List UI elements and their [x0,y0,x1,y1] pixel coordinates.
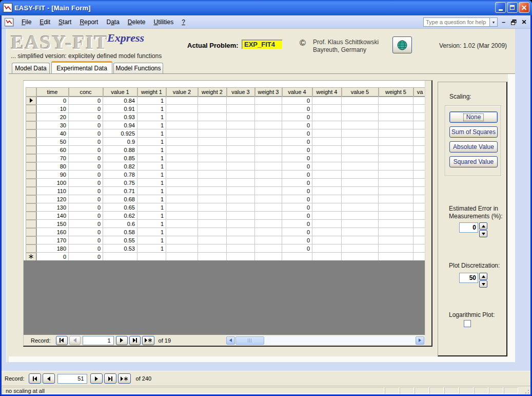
grid-cell[interactable]: 0.68 [103,195,137,203]
grid-cell[interactable] [342,203,379,212]
grid-cell[interactable]: 1 [137,212,166,220]
grid-cell[interactable]: 10 [36,105,69,113]
grid-cell[interactable] [198,97,227,105]
grid-cell[interactable]: 1 [137,138,166,146]
menu-file[interactable]: File [17,16,35,28]
grid-cell[interactable]: 0 [282,236,312,244]
grid-cell[interactable]: 0 [69,179,103,187]
grid-cell[interactable] [227,162,255,171]
column-header[interactable]: weight 3 [255,88,282,97]
column-header[interactable]: value 3 [227,88,255,97]
row-selector[interactable] [26,187,36,195]
grid-cell[interactable] [166,171,198,179]
estimated-error-input[interactable]: 0 [459,222,478,233]
grid-cell[interactable] [166,121,198,129]
menu-start[interactable]: Start [54,16,75,28]
grid-cell[interactable]: 0 [69,171,103,179]
menu-edit[interactable]: Edit [35,16,54,28]
grid-cell[interactable] [255,97,282,105]
grid-cell[interactable] [166,179,198,187]
scroll-left-icon[interactable] [226,336,235,345]
grid-cell[interactable]: 0.9 [103,138,137,146]
horizontal-scrollbar[interactable] [226,336,424,345]
tab-model-data[interactable]: Model Data [12,63,50,73]
grid-cell[interactable] [227,236,255,244]
grid-cell[interactable] [198,244,227,253]
grid-cell[interactable] [198,236,227,244]
grid-cell[interactable] [379,162,413,171]
grid-cell[interactable]: 60 [36,146,69,154]
grid-cell[interactable]: 0 [282,97,312,105]
grid-cell[interactable] [166,129,198,138]
grid-cell[interactable] [166,220,198,228]
grid-cell[interactable]: 0.91 [103,105,137,113]
column-header[interactable]: value 4 [282,88,312,97]
row-selector[interactable] [26,203,36,212]
grid-cell[interactable]: 0 [282,154,312,162]
grid-cell[interactable] [312,121,342,129]
grid-cell[interactable] [342,195,379,203]
grid-cell[interactable]: 0.75 [103,179,137,187]
grid-cell[interactable]: 0 [69,154,103,162]
grid-cell[interactable]: 0 [282,195,312,203]
grid-cell[interactable] [312,129,342,138]
grid-cell[interactable]: 1 [137,195,166,203]
grid-cell[interactable] [312,162,342,171]
grid-cell[interactable] [255,187,282,195]
grid-cell[interactable] [379,220,413,228]
grid-cell[interactable] [379,228,413,236]
row-selector[interactable] [26,105,36,113]
row-selector[interactable] [26,220,36,228]
grid-cell[interactable] [198,162,227,171]
grid-cell[interactable]: 0 [69,121,103,129]
column-header[interactable]: weight 1 [137,88,166,97]
grid-cell[interactable] [379,105,413,113]
row-selector[interactable] [26,212,36,220]
grid-cell[interactable] [342,253,379,261]
grid-cell[interactable] [227,154,255,162]
grid-cell[interactable] [166,236,198,244]
grid-cell[interactable] [255,113,282,121]
form-last-record-button[interactable] [104,373,116,384]
grid-cell[interactable]: 130 [36,203,69,212]
grid-cell[interactable]: 0.88 [103,146,137,154]
grid-cell[interactable] [379,171,413,179]
scrollbar-track[interactable] [235,336,416,345]
grid-cell[interactable]: 0.62 [103,212,137,220]
grid-cell[interactable] [227,253,255,261]
grid-cell[interactable] [103,253,137,261]
grid-cell[interactable] [198,105,227,113]
minimize-button[interactable] [495,2,506,13]
grid-cell[interactable] [227,195,255,203]
grid-cell[interactable]: 1 [137,236,166,244]
grid-cell[interactable]: 0 [282,187,312,195]
grid-cell[interactable] [227,220,255,228]
grid-cell[interactable] [342,162,379,171]
grid-cell[interactable] [312,97,342,105]
column-header[interactable]: weight 5 [379,88,413,97]
grid-cell[interactable] [227,113,255,121]
menu-help[interactable]: ? [178,16,189,28]
grid-cell[interactable]: 0.93 [103,113,137,121]
row-selector[interactable] [26,154,36,162]
grid-cell[interactable]: 110 [36,187,69,195]
grid-cell[interactable] [312,113,342,121]
grid-cell[interactable]: 0 [69,146,103,154]
grid-cell[interactable]: 0 [69,253,103,261]
grid-cell[interactable] [312,154,342,162]
grid-cell[interactable] [342,97,379,105]
grid-cell[interactable]: 40 [36,129,69,138]
grid-cell[interactable]: 1 [137,228,166,236]
grid-cell[interactable] [255,162,282,171]
plot-discretization-input[interactable]: 50 [459,273,478,283]
grid-cell[interactable]: 0 [282,138,312,146]
grid-cell[interactable] [379,113,413,121]
grid-cell[interactable] [342,228,379,236]
grid-cell[interactable]: 0 [69,195,103,203]
select-all-cell[interactable] [26,88,36,97]
grid-cell[interactable] [255,138,282,146]
grid-cell[interactable] [379,195,413,203]
grid-cell[interactable] [227,212,255,220]
grid-cell[interactable]: 0 [69,97,103,105]
grid-cell[interactable] [379,244,413,253]
